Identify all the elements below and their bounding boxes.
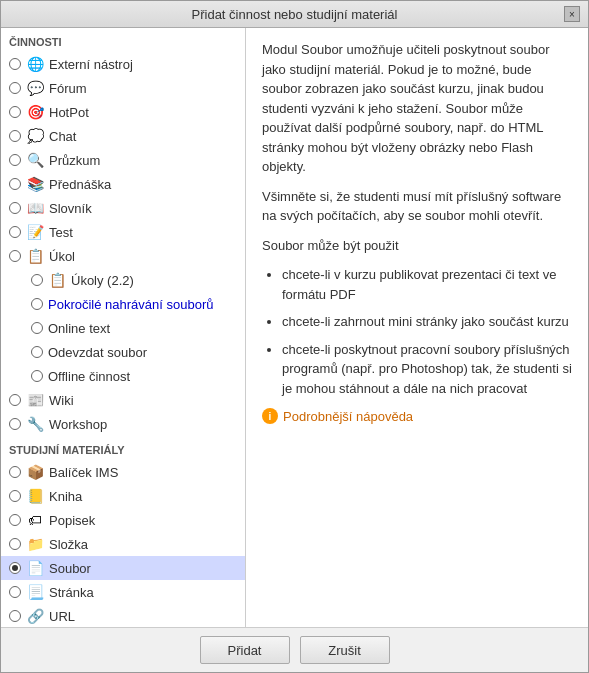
content-area: ČINNOSTI 🌐Externí nástroj💬Fórum🎯HotPot💭C… [1, 28, 588, 627]
activity-item-workshop[interactable]: 🔧Workshop [1, 412, 245, 436]
radio-workshop [9, 418, 21, 430]
material-item-stranka[interactable]: 📃Stránka [1, 580, 245, 604]
radio-onlinetext [31, 322, 43, 334]
icon-ukol: 📋 [26, 247, 44, 265]
activity-item-pokrocile[interactable]: Pokročilé nahrávání souborů [1, 292, 245, 316]
help-link[interactable]: i Podrobnější nápověda [262, 408, 572, 424]
title-bar: Přidat činnost nebo studijní materiál × [1, 1, 588, 28]
radio-slovnik [9, 202, 21, 214]
dialog: Přidat činnost nebo studijní materiál × … [0, 0, 589, 673]
bullet-2: chcete-li zahrnout mini stránky jako sou… [282, 312, 572, 332]
label-ukoly22: Úkoly (2.2) [71, 273, 134, 288]
close-button[interactable]: × [564, 6, 580, 22]
activity-item-slovnik[interactable]: 📖Slovník [1, 196, 245, 220]
radio-pruzkum [9, 154, 21, 166]
label-popisek: Popisek [49, 513, 95, 528]
activity-item-onlinetext[interactable]: Online text [1, 316, 245, 340]
activity-item-chat[interactable]: 💭Chat [1, 124, 245, 148]
icon-ukoly22: 📋 [48, 271, 66, 289]
activity-item-test[interactable]: 📝Test [1, 220, 245, 244]
radio-pokrocile [31, 298, 43, 310]
radio-kniha [9, 490, 21, 502]
help-icon: i [262, 408, 278, 424]
radio-ukoly22 [31, 274, 43, 286]
label-onlinetext: Online text [48, 321, 110, 336]
label-pokrocile: Pokročilé nahrávání souborů [48, 297, 214, 312]
icon-chat: 💭 [26, 127, 44, 145]
radio-popisek [9, 514, 21, 526]
radio-chat [9, 130, 21, 142]
activity-item-ukol[interactable]: 📋Úkol [1, 244, 245, 268]
material-item-soubor[interactable]: 📄Soubor [1, 556, 245, 580]
materials-list: 📦Balíček IMS📒Kniha🏷Popisek📁Složka📄Soubor… [1, 460, 245, 627]
radio-offline [31, 370, 43, 382]
radio-prednasky [9, 178, 21, 190]
icon-test: 📝 [26, 223, 44, 241]
activities-section-label: ČINNOSTI [1, 28, 245, 52]
label-chat: Chat [49, 129, 76, 144]
icon-forum: 💬 [26, 79, 44, 97]
radio-balicek [9, 466, 21, 478]
radio-url [9, 610, 21, 622]
icon-kniha: 📒 [26, 487, 44, 505]
icon-hotpot: 🎯 [26, 103, 44, 121]
label-ukol: Úkol [49, 249, 75, 264]
label-offline: Offline činnost [48, 369, 130, 384]
icon-slozka: 📁 [26, 535, 44, 553]
label-kniha: Kniha [49, 489, 82, 504]
dialog-title: Přidat činnost nebo studijní materiál [25, 7, 564, 22]
activity-item-forum[interactable]: 💬Fórum [1, 76, 245, 100]
label-slozka: Složka [49, 537, 88, 552]
activity-item-wiki[interactable]: 📰Wiki [1, 388, 245, 412]
icon-workshop: 🔧 [26, 415, 44, 433]
icon-soubor: 📄 [26, 559, 44, 577]
label-test: Test [49, 225, 73, 240]
activity-item-prednasky[interactable]: 📚Přednáška [1, 172, 245, 196]
label-workshop: Workshop [49, 417, 107, 432]
right-panel: Modul Soubor umožňuje učiteli poskytnout… [246, 28, 588, 627]
activity-item-ukoly22[interactable]: 📋Úkoly (2.2) [1, 268, 245, 292]
label-externi: Externí nástroj [49, 57, 133, 72]
activities-list: 🌐Externí nástroj💬Fórum🎯HotPot💭Chat🔍Průzk… [1, 52, 245, 436]
material-item-url[interactable]: 🔗URL [1, 604, 245, 627]
activity-item-odevzdat[interactable]: Odevzdat soubor [1, 340, 245, 364]
material-item-slozka[interactable]: 📁Složka [1, 532, 245, 556]
label-hotpot: HotPot [49, 105, 89, 120]
label-slovnik: Slovník [49, 201, 92, 216]
icon-wiki: 📰 [26, 391, 44, 409]
description-p3: Soubor může být použit [262, 236, 572, 256]
bullet-1: chcete-li v kurzu publikovat prezentaci … [282, 265, 572, 304]
icon-externi: 🌐 [26, 55, 44, 73]
materials-section-label: STUDIJNÍ MATERIÁLY [1, 436, 245, 460]
radio-wiki [9, 394, 21, 406]
label-prednasky: Přednáška [49, 177, 111, 192]
radio-soubor [9, 562, 21, 574]
activity-item-pruzkum[interactable]: 🔍Průzkum [1, 148, 245, 172]
radio-ukol [9, 250, 21, 262]
add-button[interactable]: Přidat [200, 636, 290, 664]
description-p2: Všimněte si, že studenti musí mít příslu… [262, 187, 572, 226]
radio-test [9, 226, 21, 238]
radio-slozka [9, 538, 21, 550]
icon-url: 🔗 [26, 607, 44, 625]
material-item-balicek[interactable]: 📦Balíček IMS [1, 460, 245, 484]
activity-item-hotpot[interactable]: 🎯HotPot [1, 100, 245, 124]
description-bullets: chcete-li v kurzu publikovat prezentaci … [282, 265, 572, 398]
activity-item-offline[interactable]: Offline činnost [1, 364, 245, 388]
activity-item-externi[interactable]: 🌐Externí nástroj [1, 52, 245, 76]
cancel-button[interactable]: Zrušit [300, 636, 390, 664]
radio-hotpot [9, 106, 21, 118]
radio-stranka [9, 586, 21, 598]
material-item-kniha[interactable]: 📒Kniha [1, 484, 245, 508]
footer: Přidat Zrušit [1, 627, 588, 672]
icon-balicek: 📦 [26, 463, 44, 481]
label-forum: Fórum [49, 81, 87, 96]
label-url: URL [49, 609, 75, 624]
icon-prednasky: 📚 [26, 175, 44, 193]
label-soubor: Soubor [49, 561, 91, 576]
radio-odevzdat [31, 346, 43, 358]
material-item-popisek[interactable]: 🏷Popisek [1, 508, 245, 532]
icon-popisek: 🏷 [26, 511, 44, 529]
label-stranka: Stránka [49, 585, 94, 600]
icon-stranka: 📃 [26, 583, 44, 601]
